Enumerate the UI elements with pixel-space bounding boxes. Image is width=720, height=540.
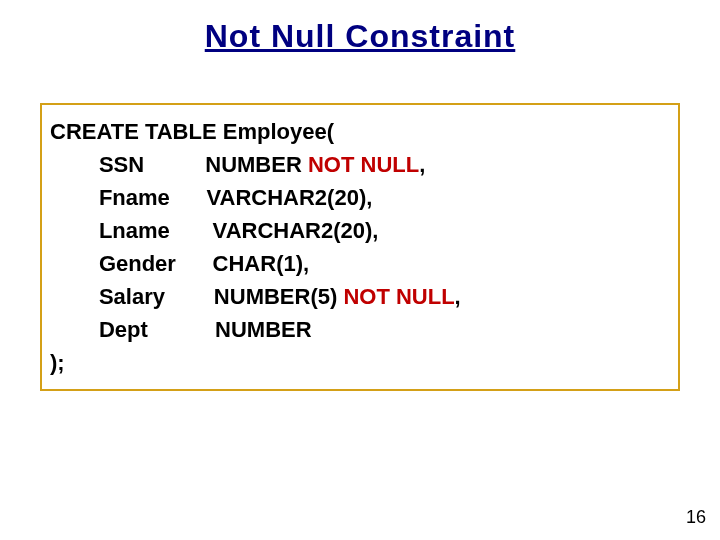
code-line-8: ); (50, 346, 670, 379)
code-line-7: Dept NUMBER (50, 313, 670, 346)
col-name: SSN (50, 152, 144, 177)
code-text: , (455, 284, 461, 309)
col-type: VARCHAR2(20), (170, 185, 373, 210)
code-text: CREATE TABLE Employee( (50, 119, 334, 144)
code-block: CREATE TABLE Employee( SSN NUMBER NOT NU… (40, 103, 680, 391)
col-name: Salary (50, 284, 165, 309)
code-text: , (419, 152, 425, 177)
code-line-6: Salary NUMBER(5) NOT NULL, (50, 280, 670, 313)
col-type: VARCHAR2(20), (170, 218, 379, 243)
col-name: Dept (50, 317, 148, 342)
page-number: 16 (686, 507, 706, 528)
code-line-2: SSN NUMBER NOT NULL, (50, 148, 670, 181)
code-text: ); (50, 350, 65, 375)
col-type: NUMBER(5) (165, 284, 343, 309)
slide-title: Not Null Constraint (0, 18, 720, 55)
code-line-1: CREATE TABLE Employee( (50, 115, 670, 148)
code-line-3: Fname VARCHAR2(20), (50, 181, 670, 214)
code-line-4: Lname VARCHAR2(20), (50, 214, 670, 247)
col-name: Lname (50, 218, 170, 243)
not-null-highlight: NOT NULL (343, 284, 454, 309)
col-name: Gender (50, 251, 176, 276)
col-type: NUMBER (144, 152, 308, 177)
col-name: Fname (50, 185, 170, 210)
col-type: CHAR(1), (176, 251, 309, 276)
not-null-highlight: NOT NULL (308, 152, 419, 177)
code-line-5: Gender CHAR(1), (50, 247, 670, 280)
col-type: NUMBER (148, 317, 312, 342)
